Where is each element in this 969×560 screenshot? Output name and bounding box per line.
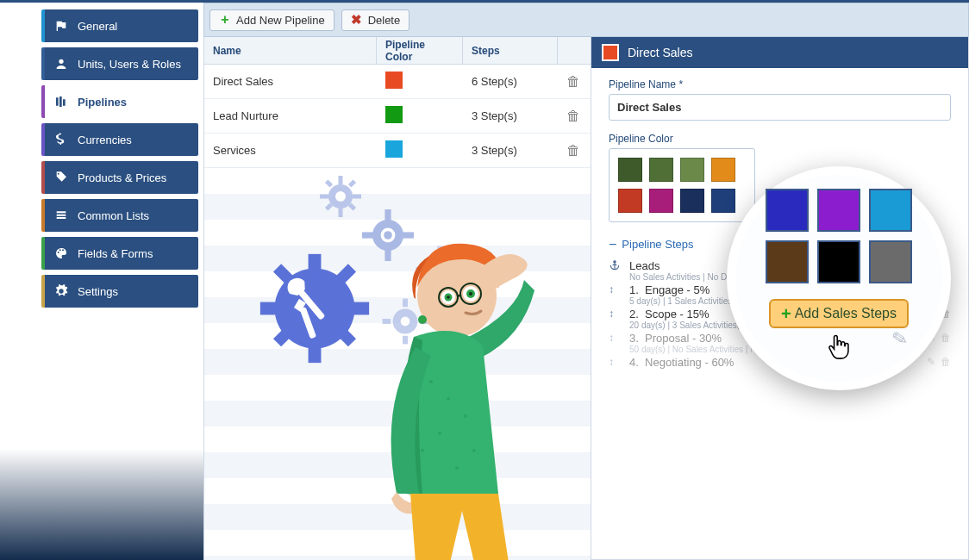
cell-color	[377, 72, 463, 91]
trash-icon[interactable]: 🗑	[566, 74, 580, 89]
color-swatch[interactable]	[766, 189, 809, 232]
pipeline-name-label: Pipeline Name *	[609, 78, 951, 90]
cell-color	[377, 140, 463, 160]
trash-icon[interactable]: 🗑	[566, 109, 580, 123]
cell-name: Lead Nurture	[204, 109, 377, 122]
zoom-lens-overlay: + Add Sales Steps ✎	[727, 166, 951, 390]
detail-title: Direct Sales	[628, 46, 692, 59]
pencil-icon: ✎	[891, 327, 910, 352]
color-swatch[interactable]	[680, 158, 704, 182]
sidebar-item-label: Fields & Forms	[78, 247, 153, 260]
button-label: Add New Pipeline	[236, 14, 325, 27]
sidebar-item-label: Units, Users & Roles	[78, 58, 181, 71]
sidebar-item-label: Products & Prices	[78, 171, 166, 184]
cell-name: Services	[204, 144, 377, 157]
plus-icon: +	[781, 307, 791, 320]
color-swatch	[385, 140, 403, 158]
pencil-icon[interactable]: ✎	[927, 356, 935, 368]
sidebar-item-label: Currencies	[78, 134, 132, 146]
list-icon	[53, 208, 69, 222]
price-tag-icon	[53, 171, 69, 184]
sort-handle-icon[interactable]: ↕	[609, 283, 621, 296]
anchor-icon	[609, 259, 621, 274]
color-swatch	[385, 72, 403, 89]
pipeline-table: Name Pipeline Color Steps Direct Sales 6…	[203, 37, 591, 560]
trash-icon[interactable]: 🗑	[941, 332, 951, 344]
pipeline-name-input[interactable]	[609, 94, 951, 121]
collapse-toggle-icon[interactable]: −	[609, 240, 616, 250]
pointer-cursor-icon	[826, 333, 852, 369]
palette-icon	[53, 246, 69, 260]
table-header: Name Pipeline Color Steps	[204, 37, 591, 65]
sidebar-item-units-users-roles[interactable]: Units, Users & Roles	[41, 47, 198, 80]
empty-rows-area	[204, 168, 591, 560]
step-number: 2.	[629, 308, 639, 320]
gear-icon	[53, 284, 69, 298]
step-number: 3.	[629, 332, 639, 345]
sort-handle-icon[interactable]: ↕	[609, 308, 621, 320]
main-panel: + Add New Pipeline ✖ Delete Name Pipelin…	[203, 3, 969, 560]
color-swatch[interactable]	[869, 240, 912, 283]
cell-name: Direct Sales	[204, 75, 377, 88]
table-row[interactable]: Direct Sales 6 Step(s) 🗑	[204, 65, 591, 99]
trash-icon[interactable]: 🗑	[941, 356, 951, 368]
cell-color	[377, 106, 463, 126]
sort-handle-icon[interactable]: ↕	[609, 356, 621, 368]
toolbar: + Add New Pipeline ✖ Delete	[203, 3, 969, 37]
table-row[interactable]: Services 3 Step(s) 🗑	[204, 134, 591, 168]
color-swatch[interactable]	[711, 158, 735, 182]
column-header-steps[interactable]: Steps	[463, 37, 558, 64]
zoom-color-palette	[766, 189, 912, 283]
table-row[interactable]: Lead Nurture 3 Step(s) 🗑	[204, 99, 591, 134]
dollar-icon	[53, 133, 69, 146]
button-label: Delete	[368, 14, 401, 27]
users-icon	[53, 57, 69, 71]
color-swatch[interactable]	[649, 158, 673, 182]
color-palette	[609, 148, 755, 222]
color-swatch[interactable]	[817, 189, 860, 232]
sidebar-item-products-prices[interactable]: Products & Prices	[41, 161, 198, 194]
plus-icon: +	[219, 14, 231, 26]
sidebar-item-label: General	[78, 20, 117, 33]
column-header-name[interactable]: Name	[204, 37, 377, 64]
header-color-swatch	[602, 44, 619, 61]
color-swatch[interactable]	[766, 240, 809, 283]
step-number: 4.	[629, 356, 639, 369]
trash-icon[interactable]: 🗑	[566, 143, 580, 158]
sidebar-item-common-lists[interactable]: Common Lists	[41, 199, 198, 232]
add-sales-steps-button[interactable]: + Add Sales Steps	[769, 299, 909, 328]
color-swatch[interactable]	[649, 189, 673, 213]
color-swatch[interactable]	[869, 189, 912, 232]
pipeline-detail-panel: Direct Sales Pipeline Name * Pipeline Co…	[591, 37, 969, 560]
sidebar: General Units, Users & Roles Pipelines C…	[41, 3, 198, 560]
sidebar-item-fields-forms[interactable]: Fields & Forms	[41, 237, 198, 270]
sidebar-item-currencies[interactable]: Currencies	[41, 123, 198, 156]
sidebar-item-label: Settings	[78, 285, 118, 298]
button-label: Add Sales Steps	[795, 306, 897, 321]
cell-steps: 6 Step(s)	[463, 75, 558, 88]
color-swatch[interactable]	[680, 189, 704, 213]
color-swatch	[385, 106, 403, 123]
sidebar-item-label: Pipelines	[78, 96, 127, 109]
sidebar-item-pipelines[interactable]: Pipelines	[41, 85, 198, 118]
sidebar-item-general[interactable]: General	[41, 9, 198, 42]
detail-header: Direct Sales	[591, 37, 968, 68]
cell-steps: 3 Step(s)	[463, 144, 558, 157]
cell-steps: 3 Step(s)	[463, 109, 558, 122]
delete-button[interactable]: ✖ Delete	[341, 9, 410, 31]
add-new-pipeline-button[interactable]: + Add New Pipeline	[209, 9, 334, 31]
pipeline-icon	[53, 95, 69, 109]
pipeline-color-label: Pipeline Color	[609, 133, 951, 145]
sidebar-item-settings[interactable]: Settings	[41, 275, 198, 308]
column-header-color[interactable]: Pipeline Color	[377, 37, 463, 64]
x-icon: ✖	[351, 14, 363, 26]
color-swatch[interactable]	[711, 189, 735, 213]
step-title: Proposal - 30%	[645, 332, 722, 345]
color-swatch[interactable]	[618, 189, 642, 213]
sort-handle-icon[interactable]: ↕	[609, 332, 621, 344]
color-swatch[interactable]	[618, 158, 642, 182]
step-title: Negotiating - 60%	[645, 356, 734, 369]
sidebar-item-label: Common Lists	[78, 209, 149, 222]
color-swatch[interactable]	[817, 240, 860, 283]
column-header-actions	[558, 37, 591, 64]
